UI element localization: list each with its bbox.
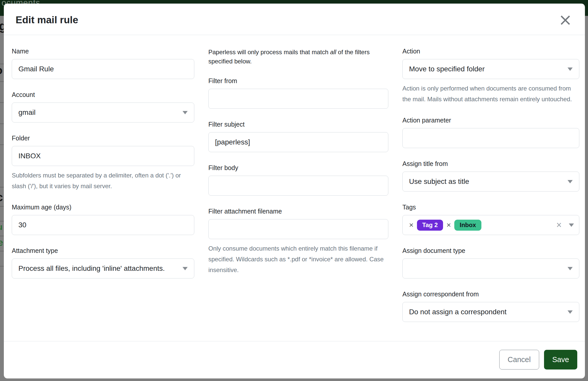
cancel-button[interactable]: Cancel bbox=[499, 350, 539, 369]
assign-correspondent-label: Assign correspondent from bbox=[402, 290, 579, 298]
chevron-down-icon bbox=[568, 68, 573, 71]
folder-label: Folder bbox=[12, 135, 194, 142]
account-value: gmail bbox=[18, 108, 36, 117]
account-field-group: Account gmail bbox=[12, 91, 194, 122]
dialog-header: Edit mail rule × bbox=[4, 4, 585, 35]
filter-attachment-input[interactable] bbox=[208, 219, 388, 239]
action-value: Move to specified folder bbox=[409, 65, 485, 73]
background-link-fragment: e bbox=[0, 237, 3, 248]
remove-tag-icon[interactable]: × bbox=[409, 221, 414, 229]
max-age-value: 30 bbox=[18, 221, 26, 229]
assign-correspondent-field-group: Assign correspondent from Do not assign … bbox=[402, 290, 579, 322]
account-select[interactable]: gmail bbox=[12, 103, 194, 122]
filter-subject-label: Filter subject bbox=[208, 121, 388, 128]
folder-input[interactable]: INBOX bbox=[12, 146, 194, 166]
tags-label: Tags bbox=[402, 204, 579, 211]
edit-mail-rule-dialog: Edit mail rule × Name Gmail Rule Account… bbox=[4, 4, 585, 378]
column-general: Name Gmail Rule Account gmail Folder INB bbox=[12, 48, 194, 334]
filter-subject-value: [paperless] bbox=[215, 138, 250, 146]
row-divider bbox=[0, 187, 4, 187]
dialog-footer: Cancel Save bbox=[4, 341, 585, 378]
name-input[interactable]: Gmail Rule bbox=[12, 59, 194, 79]
action-field-group: Action Move to specified folder Action i… bbox=[402, 48, 579, 105]
background-text-fragment: o bbox=[0, 64, 3, 77]
filter-body-field-group: Filter body bbox=[208, 164, 388, 196]
assign-title-field-group: Assign title from Use subject as title bbox=[402, 160, 579, 192]
row-divider bbox=[0, 24, 4, 25]
filter-subject-input[interactable]: [paperless] bbox=[208, 132, 388, 152]
assign-doc-type-select[interactable] bbox=[402, 259, 579, 278]
action-select[interactable]: Move to specified folder bbox=[402, 59, 579, 79]
row-divider bbox=[0, 206, 4, 207]
tag-chip: Tag 2 bbox=[417, 220, 443, 231]
remove-tag-icon[interactable]: × bbox=[446, 221, 451, 229]
name-label: Name bbox=[12, 48, 194, 55]
attachment-type-value: Process all files, including 'inline' at… bbox=[18, 264, 165, 273]
action-parameter-field-group: Action parameter bbox=[402, 117, 579, 148]
row-divider bbox=[0, 81, 4, 82]
row-divider bbox=[0, 124, 4, 124]
assign-doc-type-field-group: Assign document type bbox=[402, 247, 579, 278]
tag-chip: Inbox bbox=[454, 220, 481, 231]
assign-correspondent-select[interactable]: Do not assign a correspondent bbox=[402, 302, 579, 322]
background-link-fragment: u bbox=[0, 222, 3, 232]
dialog-body: Name Gmail Rule Account gmail Folder INB bbox=[4, 35, 585, 341]
assign-title-select[interactable]: Use subject as title bbox=[402, 172, 579, 192]
attachment-type-select[interactable]: Process all files, including 'inline' at… bbox=[12, 259, 194, 278]
tags-select[interactable]: × Tag 2 × Inbox × bbox=[402, 215, 579, 235]
column-filters: Paperless will only process mails that m… bbox=[208, 48, 388, 334]
chevron-down-icon bbox=[568, 267, 573, 270]
max-age-input[interactable]: 30 bbox=[12, 215, 194, 235]
row-divider bbox=[0, 102, 4, 103]
chevron-down-icon bbox=[568, 180, 573, 183]
folder-value: INBOX bbox=[18, 152, 41, 160]
row-divider bbox=[0, 144, 4, 145]
attachment-type-field-group: Attachment type Process all files, inclu… bbox=[12, 247, 194, 278]
account-label: Account bbox=[12, 91, 194, 98]
max-age-field-group: Maximum age (days) 30 bbox=[12, 204, 194, 235]
chevron-down-icon bbox=[568, 310, 573, 314]
row-divider bbox=[0, 251, 4, 251]
action-parameter-label: Action parameter bbox=[402, 117, 579, 124]
column-actions: Action Move to specified folder Action i… bbox=[402, 48, 579, 334]
row-divider bbox=[0, 64, 4, 64]
chevron-down-icon bbox=[183, 267, 188, 270]
close-icon[interactable]: × bbox=[558, 14, 572, 25]
filter-attachment-label: Filter attachment filename bbox=[208, 208, 388, 215]
action-parameter-input[interactable] bbox=[402, 128, 579, 148]
assign-correspondent-value: Do not assign a correspondent bbox=[409, 308, 506, 316]
name-value: Gmail Rule bbox=[18, 65, 54, 73]
filter-from-input[interactable] bbox=[208, 89, 388, 109]
assign-title-value: Use subject as title bbox=[409, 177, 469, 186]
folder-hint: Subfolders must be separated by a delimi… bbox=[12, 170, 194, 192]
assign-title-label: Assign title from bbox=[402, 160, 579, 167]
save-button[interactable]: Save bbox=[544, 350, 577, 369]
chevron-down-icon bbox=[569, 223, 574, 227]
row-divider bbox=[0, 221, 4, 221]
max-age-label: Maximum age (days) bbox=[12, 204, 194, 211]
assign-doc-type-label: Assign document type bbox=[402, 247, 579, 254]
filter-from-field-group: Filter from bbox=[208, 77, 388, 109]
clear-all-icon[interactable]: × bbox=[556, 220, 562, 230]
folder-field-group: Folder INBOX Subfolders must be separate… bbox=[12, 135, 194, 192]
filter-subject-field-group: Filter subject [paperless] bbox=[208, 121, 388, 152]
attachment-type-label: Attachment type bbox=[12, 247, 194, 254]
row-divider bbox=[0, 266, 4, 266]
filter-from-label: Filter from bbox=[208, 77, 388, 85]
name-field-group: Name Gmail Rule bbox=[12, 48, 194, 79]
page-title: Edit mail rule bbox=[16, 14, 78, 26]
chevron-down-icon bbox=[183, 111, 188, 114]
action-label: Action bbox=[402, 48, 579, 55]
filter-attachment-field-group: Filter attachment filename Only consume … bbox=[208, 208, 388, 276]
filter-body-input[interactable] bbox=[208, 176, 388, 196]
filter-attachment-hint: Only consume documents which entirely ma… bbox=[208, 243, 388, 276]
background-text-fragment: lc bbox=[0, 190, 3, 204]
filters-intro-text: Paperless will only process mails that m… bbox=[208, 48, 387, 66]
action-hint: Action is only performed when documents … bbox=[402, 83, 579, 105]
row-divider bbox=[0, 236, 4, 236]
screen: ocuments g o lc u e Edit mail rule × Nam… bbox=[0, 0, 588, 381]
filter-body-label: Filter body bbox=[208, 164, 388, 172]
tags-field-group: Tags × Tag 2 × Inbox × bbox=[402, 204, 579, 235]
